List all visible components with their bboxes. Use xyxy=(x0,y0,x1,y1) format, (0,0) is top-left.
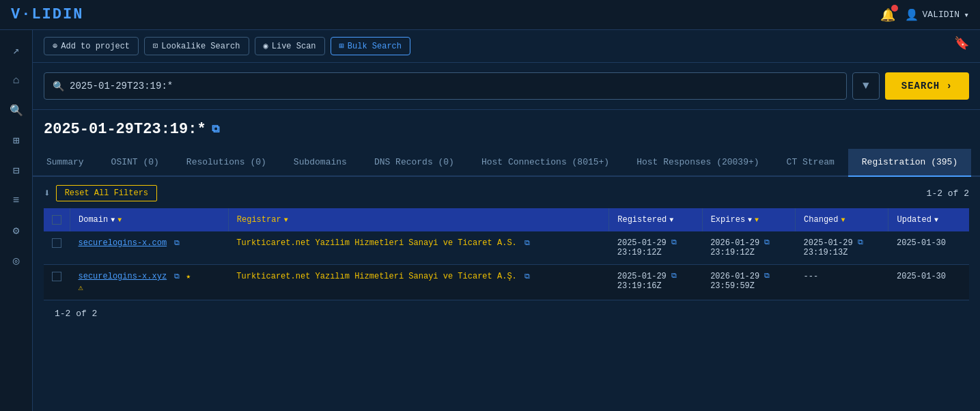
changed-sort-icon[interactable]: ▼ xyxy=(841,216,845,224)
row1-expires-cell: 2026-01-29 23:19:12Z ⧉ xyxy=(702,231,795,265)
row2-checkbox[interactable] xyxy=(52,272,61,281)
sidebar-item-search[interactable]: 🔍 xyxy=(4,98,29,123)
row2-registrar-copy-icon[interactable]: ⧉ xyxy=(524,272,530,281)
search-icon: 🔍 xyxy=(53,81,64,92)
row1-registrar-cell: Turkticaret.net Yazilim Hizmetleri Sanay… xyxy=(228,231,608,265)
tab-resolutions[interactable]: Resolutions (0) xyxy=(173,149,280,177)
row1-expires-date: 2026-01-29 xyxy=(710,238,759,248)
bookmark-icon[interactable]: 🔖 xyxy=(954,36,969,51)
row1-registered-copy-icon[interactable]: ⧉ xyxy=(671,238,677,246)
add-to-project-button[interactable]: ⊕ Add to project xyxy=(44,37,139,55)
table-header-row: Domain ▼ ▼ Registrar ▼ Registered xyxy=(44,208,969,231)
row1-copy-icon[interactable]: ⧉ xyxy=(174,239,180,247)
expires-sort-icon[interactable]: ▼ xyxy=(748,216,752,224)
row2-expires-time: 23:59:59Z xyxy=(710,281,755,291)
filter-button[interactable]: ▼ xyxy=(852,72,880,100)
sidebar-item-home[interactable]: ⌂ xyxy=(4,68,29,93)
row1-registered-date: 2025-01-29 xyxy=(617,238,667,248)
tab-registration[interactable]: Registration (395) xyxy=(848,149,971,177)
row2-registrar-link[interactable]: Turkticaret.net Yazılım Hizmetleri Sanay… xyxy=(236,272,516,281)
tab-host-responses[interactable]: Host Responses (20039+) xyxy=(623,149,772,177)
reset-filters-button[interactable]: Reset All Filters xyxy=(56,185,157,201)
row2-star-icon: ★ xyxy=(186,272,191,281)
row2-changed-value: --- xyxy=(804,272,819,281)
search-bar: 🔍 ▼ SEARCH › xyxy=(44,72,969,100)
tab-host-connections[interactable]: Host Connections (8015+) xyxy=(468,149,623,177)
sidebar-item-list[interactable]: ≡ xyxy=(4,188,29,213)
copy-icon[interactable]: ⧉ xyxy=(212,123,219,136)
bulk-search-icon: ⊞ xyxy=(339,41,344,51)
live-scan-button[interactable]: ◉ Live Scan xyxy=(255,37,325,55)
search-button[interactable]: SEARCH › xyxy=(885,72,969,100)
domain-filter-icon[interactable]: ▼ xyxy=(117,216,122,224)
row1-registrar-copy-icon[interactable]: ⧉ xyxy=(524,239,530,247)
th-registrar: Registrar ▼ xyxy=(228,208,608,231)
row1-changed-time: 23:19:13Z xyxy=(804,248,848,257)
th-checkbox xyxy=(44,208,70,231)
sidebar-item-target[interactable]: ◎ xyxy=(4,249,29,273)
tabs: Summary OSINT (0) Resolutions (0) Subdom… xyxy=(33,149,980,177)
registered-sort-icon[interactable]: ▼ xyxy=(669,216,673,224)
row1-checkbox[interactable] xyxy=(52,238,61,248)
record-count: 1-2 of 2 xyxy=(927,188,969,199)
search-input[interactable] xyxy=(70,81,838,91)
row1-registrar-link[interactable]: Turkticaret.net Yazilim Hizmetleri Sanay… xyxy=(236,238,516,248)
lookalike-search-button[interactable]: ⊡ Lookalike Search xyxy=(144,37,249,55)
pagination: 1-2 of 2 xyxy=(44,300,969,327)
row1-expires-copy-icon[interactable]: ⧉ xyxy=(764,238,770,246)
th-expires: Expires ▼ ▼ xyxy=(702,208,795,231)
tab-summary[interactable]: Summary xyxy=(33,149,98,177)
table-row: securelogins-x.xyz ⧉ ★ ⚠ Turkticaret.net… xyxy=(44,265,969,300)
sidebar-item-badge[interactable]: ⊟ xyxy=(4,158,29,183)
table-toolbar: ⬇ Reset All Filters 1-2 of 2 xyxy=(44,185,969,201)
live-scan-icon: ◉ xyxy=(264,41,268,51)
row2-changed-cell: --- xyxy=(796,265,888,300)
row2-registered-cell: 2025-01-29 23:19:16Z ⧉ xyxy=(609,265,702,300)
lookalike-icon: ⊡ xyxy=(153,41,158,51)
row1-changed-copy-icon[interactable]: ⧉ xyxy=(858,238,863,246)
add-icon: ⊕ xyxy=(53,41,57,51)
registrar-filter-icon[interactable]: ▼ xyxy=(284,216,288,224)
search-input-wrap: 🔍 xyxy=(44,72,847,100)
th-updated: Updated ▼ xyxy=(888,208,969,231)
tab-subdomains[interactable]: Subdomains xyxy=(280,149,361,177)
row2-domain-link[interactable]: securelogins-x.xyz xyxy=(79,272,167,281)
row2-domain-cell: securelogins-x.xyz ⧉ ★ ⚠ xyxy=(70,265,229,300)
domain-sort-icon[interactable]: ▼ xyxy=(111,216,115,224)
row1-registered-cell: 2025-01-29 23:19:12Z ⧉ xyxy=(609,231,702,265)
row1-expires-time: 23:19:12Z xyxy=(710,248,755,257)
sidebar-item-settings[interactable]: ⚙ xyxy=(4,218,29,243)
row2-expires-copy-icon[interactable]: ⧉ xyxy=(764,272,770,280)
logo[interactable]: V·LIDIN xyxy=(11,6,83,23)
user-menu[interactable]: 👤 VALIDIN ▾ xyxy=(905,8,969,22)
tab-ct-stream[interactable]: CT Stream xyxy=(773,149,848,177)
row1-domain-link[interactable]: securelogins-x.com xyxy=(79,238,167,248)
row2-registrar-cell: Turkticaret.net Yazılım Hizmetleri Sanay… xyxy=(228,265,608,300)
top-nav: V·LIDIN 🔔 👤 VALIDIN ▾ xyxy=(0,0,980,30)
user-label: VALIDIN xyxy=(923,10,960,20)
tab-dns-records[interactable]: DNS Records (0) xyxy=(361,149,468,177)
expires-filter-icon[interactable]: ▼ xyxy=(755,216,759,224)
bulk-search-button[interactable]: ⊞ Bulk Search xyxy=(331,37,410,55)
row2-warn-icon: ⚠ xyxy=(79,283,221,293)
sidebar: ↗ ⌂ 🔍 ⊞ ⊟ ≡ ⚙ ◎ xyxy=(0,30,33,411)
tab-osint[interactable]: OSINT (0) xyxy=(98,149,173,177)
row2-copy-icon[interactable]: ⧉ xyxy=(174,272,180,281)
user-icon: 👤 xyxy=(905,8,919,22)
th-registered: Registered ▼ xyxy=(609,208,702,231)
th-domain: Domain ▼ ▼ xyxy=(70,208,229,231)
row1-registered-time: 23:19:12Z xyxy=(617,248,662,257)
updated-sort-icon[interactable]: ▼ xyxy=(934,216,938,224)
download-icon[interactable]: ⬇ xyxy=(44,186,51,200)
row2-registered-date: 2025-01-29 xyxy=(617,272,667,281)
query-display: 2025-01-29T23:19:* ⧉ xyxy=(33,110,980,138)
select-all-checkbox[interactable] xyxy=(52,215,61,225)
notification-bell[interactable]: 🔔 xyxy=(880,8,895,23)
sidebar-item-grid[interactable]: ⊞ xyxy=(4,128,29,153)
sidebar-item-navigate[interactable]: ↗ xyxy=(4,38,29,63)
search-section: 🔍 ▼ SEARCH › xyxy=(33,63,980,110)
table-row: securelogins-x.com ⧉ Turkticaret.net Yaz… xyxy=(44,231,969,265)
row2-registered-copy-icon[interactable]: ⧉ xyxy=(671,272,677,280)
row1-updated-cell: 2025-01-30 xyxy=(888,231,969,265)
filter-icon: ▼ xyxy=(863,80,869,92)
